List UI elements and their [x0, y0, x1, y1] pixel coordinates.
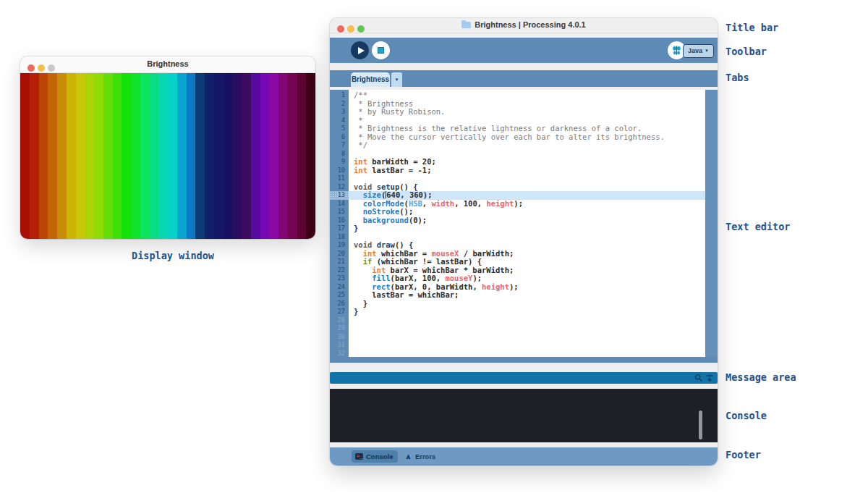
code-line[interactable]	[349, 324, 705, 333]
annotation-console: Console	[726, 410, 767, 421]
line-number: 18	[330, 233, 349, 242]
color-bar	[39, 73, 48, 239]
line-number: 4	[330, 117, 349, 125]
code-line[interactable]: }	[349, 308, 705, 316]
color-bar	[122, 73, 131, 239]
annotation-message-area: Message area	[726, 371, 796, 383]
folder-icon	[461, 22, 471, 28]
color-bar	[150, 73, 159, 239]
line-number: 11	[330, 174, 349, 183]
annotation-tabs: Tabs	[726, 72, 749, 83]
toolbar: Java▼	[330, 38, 718, 63]
annotation-footer: Footer	[726, 449, 761, 460]
color-bars-canvas[interactable]	[20, 73, 315, 239]
editor-code[interactable]: /** * Brightness * by Rusty Robison. * *…	[349, 90, 705, 357]
code-line[interactable]: int lastBar = -1;	[349, 167, 705, 175]
stop-icon	[378, 47, 384, 54]
line-number: 22	[330, 266, 349, 275]
code-line[interactable]	[349, 350, 705, 358]
color-bar	[94, 73, 103, 239]
line-number: 26	[330, 300, 349, 308]
line-number: 20	[330, 250, 349, 258]
console-tab-button[interactable]: >_Console	[352, 450, 398, 463]
color-bar	[67, 73, 76, 239]
line-number: 29	[330, 324, 349, 333]
line-number: 6	[330, 133, 349, 142]
tab-brightness[interactable]: Brightness	[351, 72, 390, 87]
debug-butterfly-icon	[671, 45, 682, 56]
code-line[interactable]: lastBar = whichBar;	[349, 291, 705, 300]
color-bar	[224, 73, 233, 239]
code-line[interactable]: background(0);	[349, 216, 705, 225]
color-bar	[48, 73, 57, 239]
chevron-down-icon: ▼	[705, 49, 709, 53]
line-number: 25	[330, 291, 349, 300]
line-number: 9	[330, 158, 349, 167]
errors-tab-button[interactable]: ▲!Errors	[404, 450, 435, 463]
ide-titlebar[interactable]: Brightness | Processing 4.0.1	[330, 18, 718, 33]
console-icon: >_	[355, 453, 363, 460]
line-number: 17	[330, 224, 349, 233]
processing-ide-window: Brightness | Processing 4.0.1 Java▼	[330, 18, 718, 466]
line-number: 30	[330, 333, 349, 342]
editor-horizontal-scrollbar[interactable]	[330, 357, 718, 363]
line-number: 24	[330, 283, 349, 292]
console-scrollbar[interactable]	[699, 411, 702, 439]
line-number: 7	[330, 141, 349, 150]
code-line[interactable]	[349, 341, 705, 350]
warning-icon: ▲!	[404, 450, 412, 463]
color-bar	[30, 73, 39, 239]
code-line[interactable]	[349, 316, 705, 325]
color-bar	[260, 73, 270, 239]
color-bar	[140, 73, 150, 239]
color-bar	[131, 73, 140, 239]
color-bar	[177, 73, 187, 239]
color-bar	[205, 73, 214, 239]
line-number: 27	[330, 308, 349, 316]
run-button[interactable]	[351, 41, 369, 59]
stop-button[interactable]	[372, 41, 390, 59]
line-number: 5	[330, 125, 349, 133]
line-number: 14	[330, 200, 349, 209]
code-line[interactable]	[349, 333, 705, 342]
line-number: 10	[330, 167, 349, 175]
footer-bar: >_Console ▲!Errors	[330, 447, 718, 466]
color-bar	[57, 73, 67, 239]
color-bar	[158, 73, 168, 239]
color-bar	[103, 73, 113, 239]
line-number: 1	[330, 91, 349, 100]
color-bar	[113, 73, 122, 239]
annotation-display-window: Display window	[132, 250, 214, 261]
code-line[interactable]: */	[349, 141, 705, 150]
line-number: 19	[330, 241, 349, 250]
mode-selector[interactable]: Java▼	[683, 44, 714, 58]
color-bar	[214, 73, 224, 239]
search-icon[interactable]	[694, 374, 703, 382]
color-bar	[20, 73, 30, 239]
annotation-text-editor: Text editor	[726, 221, 790, 232]
line-number: 8	[330, 150, 349, 159]
editor-vertical-scrollbar[interactable]	[705, 90, 718, 357]
code-line[interactable]: * Move the cursor vertically over each b…	[349, 133, 705, 142]
tab-menu-button[interactable]: ▼	[391, 72, 402, 87]
code-line[interactable]: }	[349, 224, 705, 233]
line-number: 23	[330, 274, 349, 283]
color-bar	[85, 73, 94, 239]
line-number: 28	[330, 316, 349, 325]
color-bar	[297, 73, 307, 239]
console-output[interactable]	[330, 389, 718, 442]
display-window-titlebar[interactable]: Brightness	[20, 56, 315, 73]
color-bar	[242, 73, 251, 239]
line-number: 15	[330, 208, 349, 216]
color-bar	[306, 73, 315, 239]
code-line[interactable]: }	[349, 300, 705, 308]
line-number: 21	[330, 258, 349, 266]
clear-console-icon[interactable]	[705, 374, 714, 382]
code-line[interactable]: * by Rusty Robison.	[349, 108, 705, 117]
color-bar	[232, 73, 242, 239]
line-number: 2	[330, 100, 349, 109]
display-window: Brightness	[20, 56, 315, 239]
color-bar	[76, 73, 85, 239]
color-bar	[168, 73, 177, 239]
line-number: 31	[330, 341, 349, 350]
